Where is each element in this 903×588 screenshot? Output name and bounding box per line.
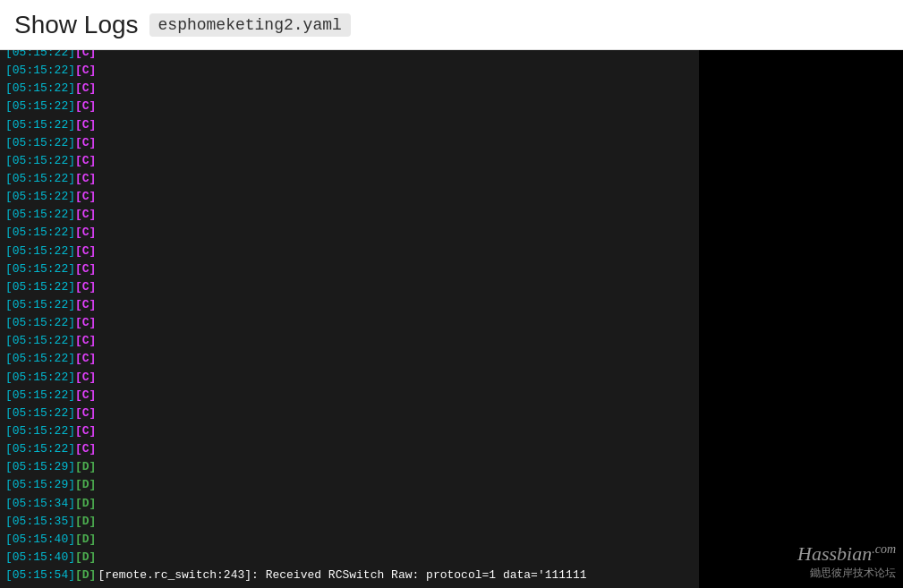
- log-line: [05:15:22][C]: [0, 332, 699, 350]
- log-level: [D]: [75, 549, 96, 567]
- log-panel[interactable]: [05:15:22][C][05:15:22][C][05:15:22][C][…: [0, 50, 699, 588]
- log-line: [05:15:22][C]: [0, 224, 699, 242]
- log-timestamp: [05:15:22]: [5, 188, 75, 206]
- log-level: [C]: [75, 170, 96, 188]
- log-line: [05:15:22][C]: [0, 116, 699, 134]
- right-panel: Hassbian.com 鋤思彼岸技术论坛: [699, 50, 903, 588]
- log-level: [C]: [75, 350, 96, 368]
- log-line: [05:15:22][C]: [0, 314, 699, 332]
- hassbian-sub: 鋤思彼岸技术论坛: [810, 566, 896, 581]
- log-timestamp: [05:15:34]: [5, 495, 75, 513]
- log-level: [C]: [75, 296, 96, 314]
- log-line: [05:15:22][C]: [0, 260, 699, 278]
- log-timestamp: [05:15:40]: [5, 549, 75, 567]
- log-line: [05:15:22][C]: [0, 422, 699, 440]
- log-level: [C]: [75, 80, 96, 98]
- log-timestamp: [05:15:22]: [5, 387, 75, 405]
- log-timestamp: [05:15:22]: [5, 170, 75, 188]
- log-level: [D]: [75, 495, 96, 513]
- log-line: [05:15:40][D]: [0, 531, 699, 549]
- log-level: [C]: [75, 314, 96, 332]
- log-level: [C]: [75, 278, 96, 296]
- page-header: Show Logs esphomeketing2.yaml: [0, 0, 903, 50]
- log-timestamp: [05:15:22]: [5, 116, 75, 134]
- log-timestamp: [05:15:22]: [5, 134, 75, 152]
- log-line: [05:15:22][C]: [0, 369, 699, 387]
- log-timestamp: [05:15:22]: [5, 62, 75, 80]
- log-line: [05:15:22][C]: [0, 98, 699, 115]
- log-timestamp: [05:15:22]: [5, 369, 75, 387]
- log-timestamp: [05:15:22]: [5, 350, 75, 368]
- log-timestamp: [05:15:22]: [5, 80, 75, 98]
- log-level: [C]: [75, 224, 96, 242]
- log-level: [C]: [75, 422, 96, 440]
- log-level: [C]: [75, 369, 96, 387]
- log-timestamp: [05:15:22]: [5, 296, 75, 314]
- log-level: [C]: [75, 98, 96, 115]
- log-line: [05:15:22][C]: [0, 80, 699, 98]
- log-line: [05:15:34][D]: [0, 495, 699, 513]
- log-timestamp: [05:15:29]: [5, 458, 75, 476]
- log-timestamp: [05:15:22]: [5, 243, 75, 260]
- log-level: [D]: [75, 513, 96, 531]
- log-level: [C]: [75, 332, 96, 350]
- filename-badge: esphomeketing2.yaml: [149, 13, 351, 37]
- log-level: [C]: [75, 440, 96, 458]
- log-line: [05:15:22][C]: [0, 296, 699, 314]
- log-level: [C]: [75, 260, 96, 278]
- log-line: [05:15:29][D]: [0, 476, 699, 494]
- log-line: [05:15:22][C]: [0, 440, 699, 458]
- log-timestamp: [05:15:22]: [5, 152, 75, 170]
- log-timestamp: [05:15:22]: [5, 422, 75, 440]
- log-timestamp: [05:15:40]: [5, 531, 75, 549]
- hassbian-brand: Hassbian.com: [797, 542, 896, 566]
- log-timestamp: [05:15:54]: [5, 567, 75, 584]
- log-level: [D]: [75, 531, 96, 549]
- log-line: [05:15:54][D] [remote.rc_switch:243]: Re…: [0, 567, 699, 584]
- log-level: [C]: [75, 188, 96, 206]
- log-line: [05:15:22][C]: [0, 188, 699, 206]
- log-timestamp: [05:15:35]: [5, 513, 75, 531]
- log-text: [remote.rc_switch:243]: Received RCSwitc…: [98, 567, 586, 584]
- log-timestamp: [05:15:22]: [5, 224, 75, 242]
- log-line: [05:15:22][C]: [0, 206, 699, 224]
- log-line: [05:15:22][C]: [0, 50, 699, 62]
- log-timestamp: [05:15:22]: [5, 314, 75, 332]
- log-line: [05:15:40][D]: [0, 549, 699, 567]
- hassbian-com: .com: [872, 542, 896, 556]
- log-level: [C]: [75, 405, 96, 422]
- log-line: [05:15:22][C]: [0, 62, 699, 80]
- log-level: [D]: [75, 476, 96, 494]
- log-line: [05:15:22][C]: [0, 278, 699, 296]
- log-line: [05:15:29][D]: [0, 458, 699, 476]
- log-timestamp: [05:15:22]: [5, 98, 75, 115]
- log-level: [C]: [75, 62, 96, 80]
- log-line: [05:15:22][C]: [0, 243, 699, 260]
- log-container: [05:15:22][C][05:15:22][C][05:15:22][C][…: [0, 50, 903, 588]
- log-level: [C]: [75, 50, 96, 62]
- log-level: [D]: [75, 567, 96, 584]
- log-timestamp: [05:15:22]: [5, 405, 75, 422]
- log-line: [05:15:22][C]: [0, 387, 699, 405]
- log-line: [05:15:22][C]: [0, 134, 699, 152]
- log-level: [C]: [75, 243, 96, 260]
- log-level: [C]: [75, 387, 96, 405]
- log-timestamp: [05:15:22]: [5, 278, 75, 296]
- log-level: [C]: [75, 152, 96, 170]
- log-line: [05:15:22][C]: [0, 170, 699, 188]
- log-timestamp: [05:15:22]: [5, 206, 75, 224]
- log-level: [D]: [75, 458, 96, 476]
- log-level: [C]: [75, 116, 96, 134]
- hassbian-brand-text: Hassbian: [797, 543, 872, 566]
- log-timestamp: [05:15:22]: [5, 260, 75, 278]
- page-title: Show Logs: [14, 11, 139, 39]
- log-line: [05:15:22][C]: [0, 152, 699, 170]
- log-timestamp: [05:15:22]: [5, 440, 75, 458]
- log-line: [05:15:22][C]: [0, 350, 699, 368]
- log-timestamp: [05:15:29]: [5, 476, 75, 494]
- log-timestamp: [05:15:22]: [5, 50, 75, 62]
- log-line: [05:15:22][C]: [0, 405, 699, 422]
- log-line: [05:15:35][D]: [0, 513, 699, 531]
- log-level: [C]: [75, 134, 96, 152]
- log-level: [C]: [75, 206, 96, 224]
